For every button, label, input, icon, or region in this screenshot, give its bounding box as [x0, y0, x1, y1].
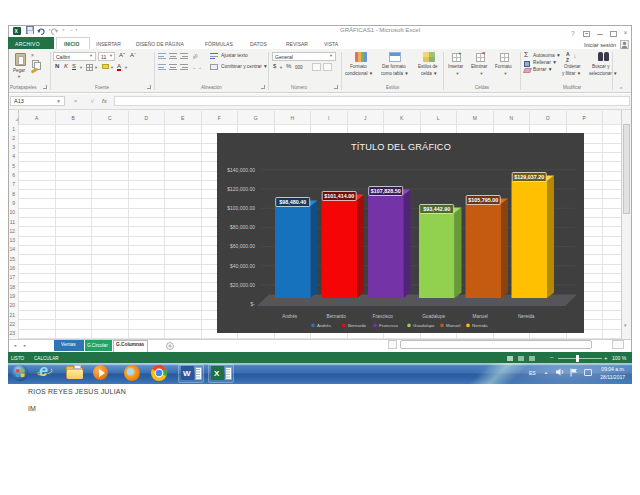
svg-text:$98,480.40: $98,480.40	[279, 199, 306, 205]
svg-text:Andrés: Andrés	[317, 323, 332, 328]
svg-text:Nereida: Nereida	[518, 314, 535, 319]
svg-text:$80,000.00: $80,000.00	[230, 224, 255, 230]
svg-text:$140,000.00: $140,000.00	[227, 167, 255, 173]
svg-text:$129,037.20: $129,037.20	[514, 174, 544, 180]
svg-text:$120,000.00: $120,000.00	[227, 186, 255, 192]
svg-text:Guadalupe: Guadalupe	[422, 314, 445, 319]
svg-text:Francisco: Francisco	[373, 314, 394, 319]
svg-text:$101,414.00: $101,414.00	[324, 193, 354, 199]
svg-text:$40,000.00: $40,000.00	[230, 263, 255, 269]
svg-text:$-: $-	[251, 301, 256, 307]
svg-text:Andrés: Andrés	[282, 314, 298, 319]
svg-text:Francisco: Francisco	[379, 323, 399, 328]
svg-text:$93,442.90: $93,442.90	[423, 206, 450, 212]
svg-text:Bernardo: Bernardo	[348, 323, 367, 328]
svg-text:$105,795.00: $105,795.00	[468, 197, 498, 203]
svg-text:Guadalupe: Guadalupe	[413, 323, 435, 328]
svg-text:Nereida: Nereida	[472, 323, 488, 328]
svg-text:Manuel: Manuel	[473, 314, 488, 319]
svg-text:$100,000.00: $100,000.00	[227, 205, 255, 211]
svg-text:TÍTULO DEL GRÁFICO: TÍTULO DEL GRÁFICO	[351, 142, 451, 152]
svg-text:Bernardo: Bernardo	[327, 314, 347, 319]
svg-text:$107,828.50: $107,828.50	[371, 188, 401, 194]
svg-text:$60,000.00: $60,000.00	[230, 243, 255, 249]
svg-text:$20,000.00: $20,000.00	[230, 282, 255, 288]
svg-text:Manuel: Manuel	[446, 323, 460, 328]
